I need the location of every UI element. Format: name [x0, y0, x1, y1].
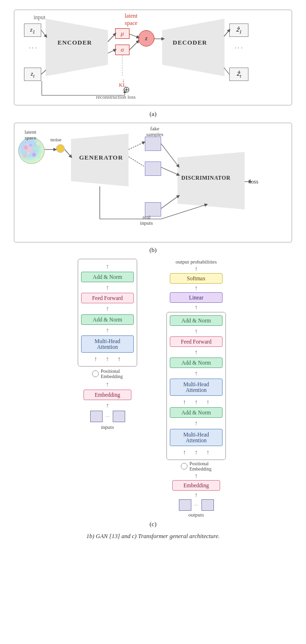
svg-line-0 — [41, 30, 46, 36]
gan-real-label: realinputs — [140, 214, 153, 226]
encoder-outer: ↑ Add & Norm ↑ Feed Forward ↑ Add & Norm… — [78, 259, 137, 367]
vae-dots-input: ⋮ — [28, 44, 38, 52]
dec-outputs-label: outputs — [188, 512, 204, 518]
latent-dots-svg — [19, 138, 45, 164]
vae-recon-loss: reconstruction loss — [96, 94, 136, 100]
svg-point-13 — [24, 146, 28, 150]
enc-add-norm1: Add & Norm — [81, 272, 134, 282]
svg-point-18 — [23, 155, 26, 158]
encoder-top: ↑ Add & Norm ↑ Feed Forward ↑ Add & Norm… — [78, 259, 137, 430]
svg-line-1 — [41, 70, 46, 74]
vae-zt: zt — [24, 68, 41, 81]
svg-line-2 — [108, 34, 115, 42]
enc-arr5: ↑ — [106, 380, 109, 389]
svg-line-3 — [108, 50, 115, 53]
dec-output-box2 — [201, 499, 214, 511]
gan-noise-label: noise — [50, 137, 61, 142]
gan-fake-box1 — [145, 137, 161, 151]
dec-feed-forward: Feed Forward — [170, 336, 223, 347]
vae-mu: μ — [115, 28, 129, 39]
dec-output-probs-label: output probabilities — [176, 259, 217, 264]
page: input latentspace z1 ⋮ zt ENCODER μ σ z … — [0, 0, 306, 550]
enc-embedding: Embedding — [83, 390, 131, 400]
svg-line-24 — [129, 157, 144, 166]
svg-point-15 — [34, 147, 37, 150]
transformer-cols: ↑ Add & Norm ↑ Feed Forward ↑ Add & Norm… — [14, 259, 292, 518]
dec-output-box1 — [179, 499, 191, 511]
enc-pos-circle — [92, 370, 99, 377]
gan-generator-label: GENERATOR — [79, 154, 123, 161]
enc-add-norm2: Add & Norm — [81, 314, 134, 325]
enc-arr4: ↑ — [106, 326, 109, 334]
enc-pos-embed-row: PositionalEmbedding — [92, 368, 123, 379]
vae-input-label: input — [34, 14, 46, 21]
decoder-outer: Add & Norm ↑ Feed Forward ↑ Add & Norm ↑… — [166, 312, 226, 460]
encoder-col: ↑ Add & Norm ↑ Feed Forward ↑ Add & Norm… — [71, 259, 143, 518]
enc-multi-head: Multi-Head Attention — [81, 335, 134, 353]
vae-sigma: σ — [115, 45, 129, 55]
svg-point-17 — [32, 153, 36, 157]
svg-line-22 — [65, 150, 71, 157]
dec-add-norm2: Add & Norm — [170, 357, 223, 368]
dec-multi-head1: Multi-Head Attention — [170, 429, 223, 446]
svg-point-19 — [36, 142, 39, 145]
gan-loss-label: loss — [249, 178, 259, 185]
svg-line-31 — [161, 205, 206, 219]
caption-a: (a) — [10, 110, 296, 118]
vae-z: z — [138, 30, 154, 46]
vae-encoder-shape — [46, 19, 108, 76]
enc-feed-forward: Feed Forward — [81, 293, 134, 303]
svg-point-20 — [37, 156, 40, 159]
dec-multi-head2: Multi-Head Attention — [170, 379, 223, 396]
caption-c: (c) — [14, 520, 292, 528]
dec-pos-label: PositionalEmbedding — [189, 461, 212, 472]
gan-fake-label: fakesamples — [146, 126, 163, 137]
diagram-vae: input latentspace z1 ⋮ zt ENCODER μ σ z … — [14, 10, 292, 105]
enc-input-box2 — [113, 411, 125, 422]
vae-decoder-label: DECODER — [173, 39, 207, 46]
diagram-transformer: ↑ Add & Norm ↑ Feed Forward ↑ Add & Norm… — [14, 259, 292, 528]
enc-inputs: ··· — [90, 411, 125, 422]
gan-latent-label: latentspace — [17, 129, 44, 140]
dec-arrows-bottom: ↑ ↑ ↑ — [183, 448, 210, 457]
vae-dots-output: ⋮ — [234, 44, 244, 52]
dec-pos-circle — [181, 463, 188, 470]
vae-z1: z1 — [24, 23, 41, 37]
svg-line-8 — [224, 68, 229, 74]
dec-outputs: ··· — [179, 499, 214, 511]
footer-note: 1b) GAN [13] and c) Transformer general … — [10, 533, 296, 540]
dec-arrows-mid: ↑ ↑ ↑ — [183, 398, 210, 406]
svg-point-14 — [29, 144, 32, 147]
svg-line-26 — [161, 167, 178, 175]
enc-arr6: ↑ — [106, 401, 109, 410]
enc-arr1: ↑ — [106, 262, 109, 271]
svg-line-23 — [129, 142, 144, 150]
vae-zhatt: ẑt — [229, 68, 248, 81]
svg-line-27 — [161, 196, 178, 208]
enc-arr3: ↑ — [106, 304, 109, 313]
caption-b: (b) — [10, 246, 296, 254]
vae-encoder-label: ENCODER — [58, 39, 92, 46]
dec-softmax: Softmax — [170, 273, 223, 284]
svg-line-25 — [161, 144, 178, 166]
enc-arr2: ↑ — [106, 283, 109, 292]
vae-plus: ⊕ — [123, 84, 130, 95]
vae-latent-label: latentspace — [125, 12, 138, 27]
decoder-col: output probabilities ↑ Softmax ↑ Linear … — [158, 259, 235, 518]
dec-linear: Linear — [170, 292, 223, 303]
gan-fake-box2 — [145, 161, 161, 176]
svg-line-7 — [224, 30, 229, 36]
enc-arrows-bottom: ↑ ↑ ↑ — [94, 355, 121, 363]
enc-input-box1 — [90, 411, 103, 422]
svg-line-5 — [129, 41, 138, 50]
gan-latent-circle — [18, 138, 45, 164]
gan-discriminator-shape — [177, 152, 245, 209]
vae-zhat1: ẑ1 — [229, 23, 248, 37]
dec-add-norm3: Add & Norm — [170, 315, 223, 326]
svg-point-16 — [27, 152, 30, 155]
vae-decoder-shape — [162, 19, 224, 76]
dec-embedding: Embedding — [172, 480, 220, 491]
dec-pos-embed-row: PositionalEmbedding — [181, 461, 212, 472]
enc-pos-label: PositionalEmbedding — [101, 368, 123, 379]
diagram-gan: latentspace noise GENERATOR fakesamples … — [14, 123, 292, 242]
